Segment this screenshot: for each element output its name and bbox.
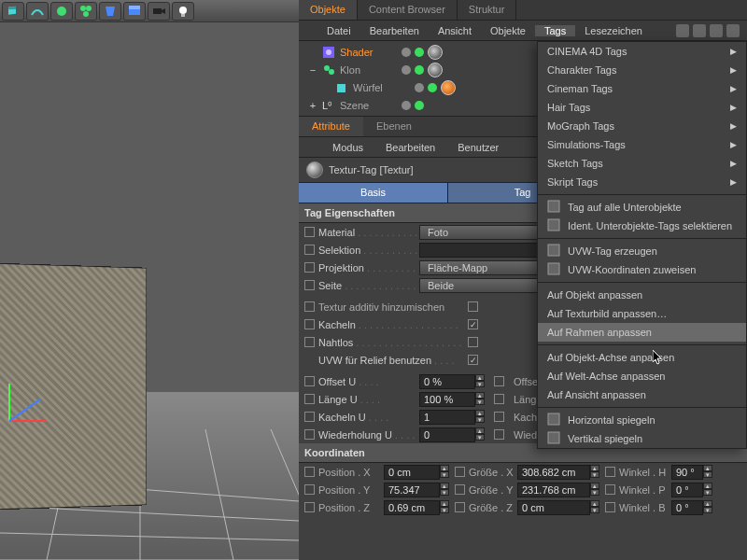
menu-item[interactable]: Simulations-Tags▶: [538, 135, 746, 154]
menu-item[interactable]: UVW-Tag erzeugen: [538, 242, 746, 260]
value-checkbox[interactable]: [468, 355, 478, 365]
tab-objekte[interactable]: Objekte: [299, 0, 358, 20]
menu-tags[interactable]: Tags: [535, 25, 575, 36]
menu-bearbeiten[interactable]: Bearbeiten: [360, 25, 429, 36]
spinner[interactable]: ▴▾: [475, 374, 486, 389]
spinner[interactable]: ▴▾: [703, 483, 714, 497]
render-dot[interactable]: [415, 101, 424, 110]
spinner[interactable]: ▴▾: [475, 410, 486, 425]
menu-item[interactable]: CINEMA 4D Tags▶: [538, 42, 746, 61]
menu-item[interactable]: Auf Objekt anpassen: [538, 286, 746, 304]
menu-lesezeichen[interactable]: Lesezeichen: [575, 25, 652, 36]
checkbox[interactable]: [494, 376, 504, 386]
checkbox[interactable]: [455, 467, 465, 477]
angle-p-field[interactable]: 0 °: [671, 483, 703, 497]
attr-menu-benutzer[interactable]: Benutzer: [446, 142, 510, 153]
checkbox[interactable]: [304, 394, 315, 404]
checkbox[interactable]: [605, 467, 615, 477]
checkbox[interactable]: [304, 337, 315, 347]
object-name[interactable]: Shader: [340, 47, 385, 58]
offset_u-field[interactable]: 0 %: [419, 374, 475, 389]
menu-item[interactable]: Auf Objekt-Achse anpassen: [538, 348, 746, 367]
spinner[interactable]: ▴▾: [475, 392, 486, 407]
checkbox[interactable]: [304, 376, 315, 386]
visibility-dot[interactable]: [415, 83, 424, 92]
object-name[interactable]: Szene: [340, 100, 385, 111]
kacheln_u-field[interactable]: 1: [419, 410, 475, 425]
menu-item[interactable]: Auf Rahmen anpassen: [538, 323, 746, 342]
tags-context-menu[interactable]: CINEMA 4D Tags▶Charakter Tags▶Cineman Ta…: [537, 41, 747, 449]
value-checkbox[interactable]: [468, 337, 478, 347]
size-z-field[interactable]: 0 cm: [517, 500, 590, 515]
menu-item[interactable]: Hair Tags▶: [538, 98, 746, 117]
checkbox[interactable]: [304, 227, 315, 237]
menu-item[interactable]: Cineman Tags▶: [538, 79, 746, 98]
spinner[interactable]: ▴▾: [440, 465, 451, 480]
menu-item[interactable]: Charakter Tags▶: [538, 61, 746, 79]
wieder_u-field[interactable]: 0: [419, 427, 475, 442]
menu-item[interactable]: Skript Tags▶: [538, 173, 746, 191]
checkbox[interactable]: [494, 394, 504, 404]
menu-item[interactable]: UVW-Koordinaten zuweisen: [538, 260, 746, 279]
menu-item[interactable]: Auf Ansicht anpassen: [538, 385, 746, 404]
checkbox[interactable]: [304, 319, 315, 329]
checkbox[interactable]: [304, 467, 315, 477]
tool-camera-icon[interactable]: [148, 2, 170, 21]
spinner[interactable]: ▴▾: [590, 500, 601, 515]
checkbox[interactable]: [605, 502, 615, 512]
search-icon[interactable]: [676, 24, 689, 37]
tab-ebenen[interactable]: Ebenen: [363, 117, 425, 136]
tag-thumb[interactable]: [428, 45, 443, 60]
menu-ansicht[interactable]: Ansicht: [429, 25, 481, 36]
checkbox[interactable]: [304, 429, 315, 440]
fn-icon[interactable]: [710, 24, 723, 37]
checkbox[interactable]: [304, 280, 315, 290]
size-x-field[interactable]: 308.682 cm: [517, 465, 590, 480]
menu-item[interactable]: Auf Welt-Achse anpassen: [538, 367, 746, 385]
menu-item[interactable]: Vertikal spiegeln: [538, 429, 746, 448]
tag-thumb[interactable]: [441, 80, 456, 95]
spinner[interactable]: ▴▾: [590, 483, 601, 497]
checkbox[interactable]: [304, 245, 315, 255]
checkbox[interactable]: [494, 412, 504, 422]
checkbox[interactable]: [605, 484, 615, 495]
object-name[interactable]: Klon: [340, 64, 385, 76]
spinner[interactable]: ▴▾: [703, 465, 714, 480]
angle-h-field[interactable]: 90 °: [671, 465, 703, 480]
menu-item[interactable]: Sketch Tags▶: [538, 154, 746, 173]
value-checkbox[interactable]: [468, 319, 478, 329]
tool-light-icon[interactable]: [172, 2, 194, 21]
attr-menu-modus[interactable]: Modus: [321, 142, 374, 153]
pos-z-field[interactable]: 0.69 cm: [384, 500, 440, 515]
checkbox[interactable]: [304, 502, 315, 512]
menu-item[interactable]: Horizontal spiegeln: [538, 411, 746, 429]
tool-nurbs-icon[interactable]: [50, 2, 73, 21]
menu-item[interactable]: Ident. Unterobjekte-Tags selektieren: [538, 217, 746, 235]
render-dot[interactable]: [428, 83, 437, 92]
spinner[interactable]: ▴▾: [440, 500, 451, 515]
tool-deformer-icon[interactable]: [99, 2, 121, 21]
laenge_u-field[interactable]: 100 %: [419, 392, 475, 407]
spinner[interactable]: ▴▾: [590, 465, 601, 480]
checkbox[interactable]: [304, 301, 315, 312]
tool-array-icon[interactable]: [75, 2, 97, 21]
tool-cube-icon[interactable]: [2, 2, 24, 21]
checkbox[interactable]: [304, 262, 315, 273]
checkbox[interactable]: [455, 484, 465, 495]
value-checkbox[interactable]: [468, 301, 478, 312]
visibility-dot[interactable]: [402, 48, 411, 57]
viewport[interactable]: [0, 22, 299, 560]
tab-content-browser[interactable]: Content Browser: [358, 0, 458, 20]
tool-env-icon[interactable]: [123, 2, 146, 21]
angle-b-field[interactable]: 0 °: [671, 500, 703, 515]
menu-datei[interactable]: Datei: [317, 25, 360, 36]
expand-icon[interactable]: −: [308, 64, 317, 76]
menu-item[interactable]: Auf Texturbild anpassen…: [538, 304, 746, 323]
spinner[interactable]: ▴▾: [475, 427, 486, 442]
checkbox[interactable]: [304, 484, 315, 495]
spinner[interactable]: ▴▾: [440, 483, 451, 497]
checkbox[interactable]: [304, 412, 315, 422]
tab-attribute[interactable]: Attribute: [299, 117, 363, 136]
spinner[interactable]: ▴▾: [703, 500, 714, 515]
menu-objekte[interactable]: Objekte: [481, 25, 535, 36]
